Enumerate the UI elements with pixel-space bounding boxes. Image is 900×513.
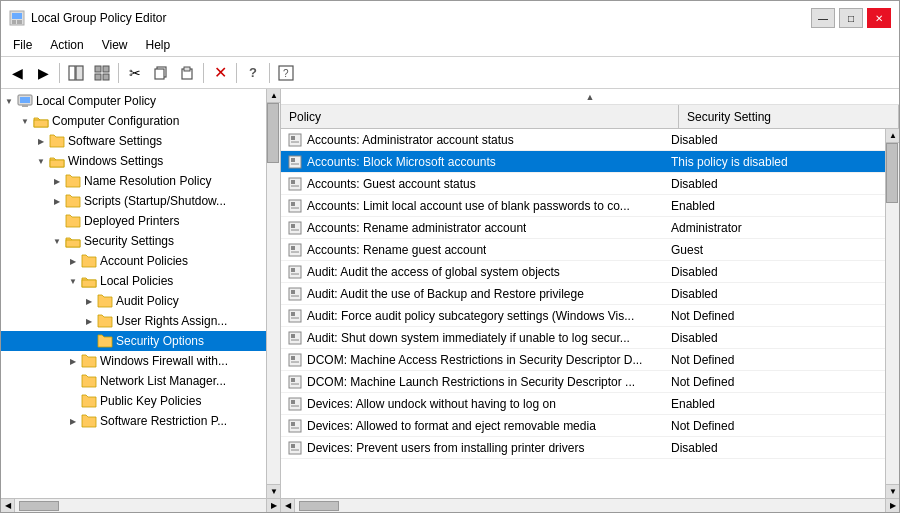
policy-icon: [287, 132, 303, 148]
tree-item-local-policies[interactable]: ▼ Local Policies: [1, 271, 266, 291]
tree-expander-local-policies[interactable]: ▼: [65, 273, 81, 289]
forward-button[interactable]: ▶: [31, 61, 55, 85]
tree-hscroll-thumb[interactable]: [19, 501, 59, 511]
paste-button[interactable]: [175, 61, 199, 85]
tree-icon-scripts: [65, 193, 81, 209]
tree-item-local-computer-policy[interactable]: ▼ Local Computer Policy: [1, 91, 266, 111]
col-header-policy[interactable]: Policy: [281, 105, 679, 128]
tree-scroll-down[interactable]: ▼: [267, 484, 280, 498]
tree-item-audit-policy[interactable]: ▶ Audit Policy: [1, 291, 266, 311]
tree-expander-name-resolution-policy[interactable]: ▶: [49, 173, 65, 189]
menu-view[interactable]: View: [94, 36, 136, 54]
tree-item-public-key-policies[interactable]: Public Key Policies: [1, 391, 266, 411]
list-row[interactable]: Accounts: Limit local account use of bla…: [281, 195, 885, 217]
list-hscroll: ◀ ▶: [281, 498, 899, 512]
tree-expander-software-settings[interactable]: ▶: [33, 133, 49, 149]
list-row[interactable]: Accounts: Block Microsoft accounts This …: [281, 151, 885, 173]
list-scroll-down[interactable]: ▼: [886, 484, 899, 498]
tree-hscroll-left[interactable]: ◀: [1, 499, 15, 513]
tree-hscroll: ◀ ▶: [1, 498, 280, 512]
tree-expander-audit-policy[interactable]: ▶: [81, 293, 97, 309]
tree-icon-account-policies: [81, 253, 97, 269]
tree-icon-windows-settings: [49, 153, 65, 169]
list-row[interactable]: Devices: Allowed to format and eject rem…: [281, 415, 885, 437]
view-button[interactable]: [90, 61, 114, 85]
tree-item-software-restriction-p[interactable]: ▶ Software Restriction P...: [1, 411, 266, 431]
policy-icon: [287, 374, 303, 390]
tree-expander-user-rights-assign[interactable]: ▶: [81, 313, 97, 329]
svg-text:?: ?: [283, 68, 289, 79]
list-row[interactable]: Accounts: Rename guest account Guest: [281, 239, 885, 261]
list-hscroll-left[interactable]: ◀: [281, 499, 295, 513]
list-row[interactable]: Audit: Force audit policy subcategory se…: [281, 305, 885, 327]
tree-item-scripts[interactable]: ▶ Scripts (Startup/Shutdow...: [1, 191, 266, 211]
tree-expander-windows-firewall[interactable]: ▶: [65, 353, 81, 369]
back-button[interactable]: ◀: [5, 61, 29, 85]
svg-rect-60: [291, 400, 295, 404]
list-cell-policy: Devices: Prevent users from installing p…: [281, 438, 665, 458]
list-row[interactable]: Accounts: Rename administrator account A…: [281, 217, 885, 239]
sort-indicator-bar: ▲: [281, 89, 899, 105]
list-cell-security: Disabled: [665, 329, 885, 347]
help-button[interactable]: ?: [274, 61, 298, 85]
maximize-button[interactable]: □: [839, 8, 863, 28]
list-row[interactable]: Audit: Audit the access of global system…: [281, 261, 885, 283]
tree-item-user-rights-assign[interactable]: ▶ User Rights Assign...: [1, 311, 266, 331]
list-row[interactable]: DCOM: Machine Launch Restrictions in Sec…: [281, 371, 885, 393]
svg-rect-36: [291, 224, 295, 228]
svg-rect-51: [291, 334, 295, 338]
tree-hscroll-right[interactable]: ▶: [266, 499, 280, 513]
list-row[interactable]: Devices: Prevent users from installing p…: [281, 437, 885, 459]
policy-icon: [287, 242, 303, 258]
tree-expander-windows-settings[interactable]: ▼: [33, 153, 49, 169]
list-row[interactable]: Audit: Audit the use of Backup and Resto…: [281, 283, 885, 305]
tree-label-windows-settings: Windows Settings: [68, 154, 163, 168]
list-row[interactable]: Devices: Allow undock without having to …: [281, 393, 885, 415]
list-hscroll-right[interactable]: ▶: [885, 499, 899, 513]
menu-file[interactable]: File: [5, 36, 40, 54]
col-header-security[interactable]: Security Setting: [679, 105, 899, 128]
policy-name: Accounts: Block Microsoft accounts: [307, 155, 496, 169]
tree-item-name-resolution-policy[interactable]: ▶ Name Resolution Policy: [1, 171, 266, 191]
svg-rect-57: [291, 378, 295, 382]
tree-expander-computer-configuration[interactable]: ▼: [17, 113, 33, 129]
tree-expander-account-policies[interactable]: ▶: [65, 253, 81, 269]
tree-scroll-up[interactable]: ▲: [267, 89, 280, 103]
list-cell-policy: Accounts: Guest account status: [281, 174, 665, 194]
tree-expander-security-settings[interactable]: ▼: [49, 233, 65, 249]
menu-help[interactable]: Help: [138, 36, 179, 54]
tree-item-software-settings[interactable]: ▶ Software Settings: [1, 131, 266, 151]
tree-item-computer-configuration[interactable]: ▼ Computer Configuration: [1, 111, 266, 131]
tree-item-deployed-printers[interactable]: Deployed Printers: [1, 211, 266, 231]
tree-item-network-list-manager[interactable]: Network List Manager...: [1, 371, 266, 391]
list-row[interactable]: Accounts: Guest account status Disabled: [281, 173, 885, 195]
show-hide-button[interactable]: [64, 61, 88, 85]
tree-item-account-policies[interactable]: ▶ Account Policies: [1, 251, 266, 271]
tree-item-windows-settings[interactable]: ▼ Windows Settings: [1, 151, 266, 171]
list-scroll-up[interactable]: ▲: [886, 129, 899, 143]
tree-item-security-options[interactable]: Security Options: [1, 331, 266, 351]
tree-expander-local-computer-policy[interactable]: ▼: [1, 93, 17, 109]
tree-expander-software-restriction-p[interactable]: ▶: [65, 413, 81, 429]
sort-arrow-top: ▲: [586, 92, 595, 102]
tree-item-windows-firewall[interactable]: ▶ Windows Firewall with...: [1, 351, 266, 371]
tree-expander-scripts[interactable]: ▶: [49, 193, 65, 209]
list-vscroll: ▲ ▼: [885, 129, 899, 498]
list-row[interactable]: Audit: Shut down system immediately if u…: [281, 327, 885, 349]
delete-button[interactable]: ✕: [208, 61, 232, 85]
copy-button[interactable]: [149, 61, 173, 85]
minimize-button[interactable]: —: [811, 8, 835, 28]
tree-icon-user-rights-assign: [97, 313, 113, 329]
tree-label-network-list-manager: Network List Manager...: [100, 374, 226, 388]
cut-button[interactable]: ✂: [123, 61, 147, 85]
menu-action[interactable]: Action: [42, 36, 91, 54]
tree-scroll-thumb[interactable]: [267, 103, 279, 163]
list-row[interactable]: DCOM: Machine Access Restrictions in Sec…: [281, 349, 885, 371]
list-cell-security: Not Defined: [665, 417, 885, 435]
close-button[interactable]: ✕: [867, 8, 891, 28]
tree-item-security-settings[interactable]: ▼ Security Settings: [1, 231, 266, 251]
properties-button[interactable]: ?: [241, 61, 265, 85]
list-row[interactable]: Accounts: Administrator account status D…: [281, 129, 885, 151]
list-hscroll-thumb[interactable]: [299, 501, 339, 511]
list-scroll-thumb[interactable]: [886, 143, 898, 203]
